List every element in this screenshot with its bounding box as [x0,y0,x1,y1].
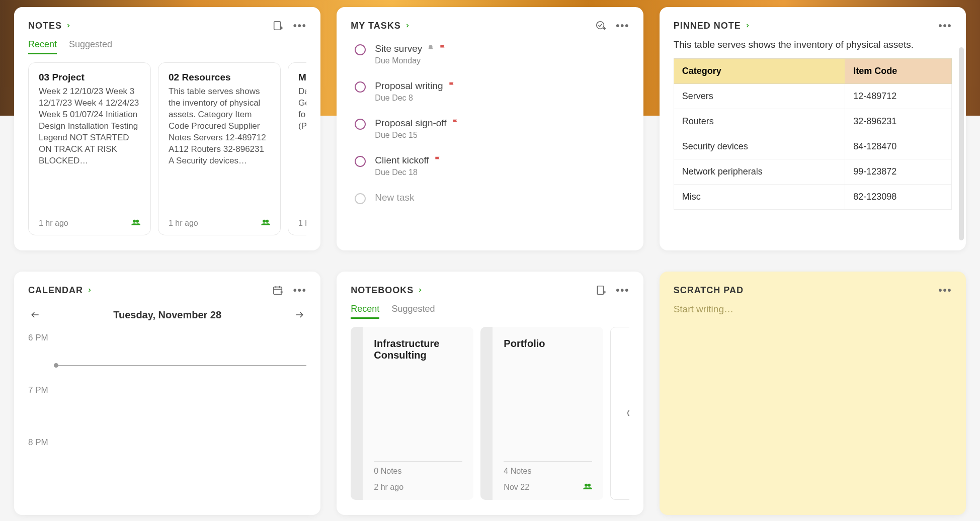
cell-category: Routers [674,109,845,134]
calendar-add-icon[interactable] [271,284,284,297]
table-row[interactable]: Misc82-123098 [674,185,951,210]
task-checkbox[interactable] [355,44,366,55]
table-row[interactable]: Servers12-489712 [674,84,951,109]
scratch-title-wrap: SCRATCH PAD [674,285,744,296]
task-title: Proposal writing [375,80,443,92]
notebook-title: Infrastructure Consulting [374,338,462,361]
task-checkbox[interactable] [355,119,366,130]
cell-code: 99-123872 [845,159,952,185]
flag-icon [439,44,446,54]
notes-title-wrap[interactable]: NOTES [28,21,72,31]
new-notebook-icon[interactable] [594,284,607,297]
shared-icon [131,219,140,228]
new-task-icon[interactable] [594,19,607,32]
new-note-icon[interactable] [271,19,284,32]
create-notebook-card[interactable]: Cr n [610,327,629,500]
cell-code: 12-489712 [845,84,952,109]
new-task-row[interactable]: New task [351,188,629,213]
notebooks-widget: NOTEBOOKS ••• Recent Suggested Infrastru… [337,272,643,515]
chevron-right-icon [404,22,411,29]
svg-rect-18 [597,286,603,295]
tasks-title-wrap[interactable]: MY TASKS [351,21,411,31]
task-item[interactable]: Client kickoff Due Dec 18 [351,151,629,186]
note-time: 1 hr ago [39,219,68,228]
task-due: Due Dec 15 [375,131,458,140]
notebook-count: 4 Notes [504,467,592,476]
calendar-date: Tuesday, November 28 [113,309,221,321]
note-card[interactable]: 02 Resources This table serves shows the… [158,62,281,235]
cell-category: Servers [674,84,845,109]
note-title: Meeting [298,72,306,83]
table-row[interactable]: Network peripherals99-123872 [674,159,951,185]
note-card[interactable]: 03 Project Week 2 12/10/23 Week 3 12/17/… [28,62,151,235]
svg-point-3 [133,220,136,223]
tab-recent[interactable]: Recent [351,304,379,319]
pinned-title-wrap[interactable]: PINNED NOTE [674,21,751,31]
more-icon[interactable]: ••• [293,284,306,297]
scratchpad-widget: SCRATCH PAD ••• Start writing… [660,272,966,515]
tab-recent[interactable]: Recent [28,39,57,54]
hour-label: 7 PM [28,385,58,395]
calendar-title-wrap[interactable]: CALENDAR [28,285,93,296]
task-title: Client kickoff [375,155,429,166]
svg-rect-0 [274,22,281,30]
pinned-table: Category Item Code Servers12-489712 Rout… [674,58,952,210]
more-icon[interactable]: ••• [293,19,306,32]
flag-icon [434,155,441,165]
more-icon[interactable]: ••• [939,284,952,297]
more-icon[interactable]: ••• [616,19,629,32]
notebook-count: 0 Notes [374,467,462,476]
more-icon[interactable]: ••• [616,284,629,297]
notes-title: NOTES [28,21,62,31]
chevron-right-icon [86,287,93,294]
table-row[interactable]: Routers32-896231 [674,109,951,134]
note-time: 1 hr ago [298,219,306,228]
more-icon[interactable]: ••• [939,19,952,32]
table-row[interactable]: Security devices84-128470 [674,134,951,159]
cell-category: Misc [674,185,845,210]
task-item[interactable]: Proposal sign-off Due Dec 15 [351,114,629,149]
notebook-card[interactable]: Portfolio 4 Notes Nov 22 [480,327,603,500]
task-item[interactable]: Site survey Due Monday [351,39,629,74]
scrollbar[interactable] [959,47,964,240]
current-time-indicator [56,365,306,366]
note-title: 02 Resources [169,72,270,83]
task-due: Due Monday [375,56,446,65]
note-card[interactable]: Meeting Date & T December 9AM Go formati… [288,62,306,235]
svg-rect-10 [274,287,282,295]
tab-suggested[interactable]: Suggested [391,304,435,319]
next-day-button[interactable] [292,308,306,322]
task-checkbox[interactable] [355,156,366,167]
pinned-description: This table serves shows the inventory of… [674,39,952,50]
prev-day-button[interactable] [28,308,42,322]
note-body: Week 2 12/10/23 Week 3 12/17/23 Week 4 1… [39,86,140,167]
notes-widget: NOTES ••• Recent Suggested 03 Project We… [14,7,320,250]
flag-icon [452,118,459,128]
cell-category: Security devices [674,134,845,159]
task-checkbox[interactable] [355,193,366,204]
notebook-card[interactable]: Infrastructure Consulting 0 Notes 2 hr a… [351,327,473,500]
scratchpad-input[interactable]: Start writing… [674,304,952,315]
tasks-title: MY TASKS [351,21,400,31]
note-time: 1 hr ago [169,219,198,228]
cell-code: 84-128470 [845,134,952,159]
scratch-title: SCRATCH PAD [674,285,744,296]
cell-category: Network peripherals [674,159,845,185]
task-item[interactable]: Proposal writing Due Dec 8 [351,76,629,112]
pinned-note-widget: PINNED NOTE ••• This table serves shows … [660,7,966,250]
task-checkbox[interactable] [355,81,366,93]
notebook-title: Portfolio [504,338,592,350]
svg-point-5 [263,220,266,223]
task-due: Due Dec 8 [375,94,455,103]
calendar-body[interactable]: 6 PM 7 PM 8 PM [28,333,306,501]
notebooks-title-wrap[interactable]: NOTEBOOKS [351,285,424,296]
bell-icon [427,44,434,53]
note-title: 03 Project [39,72,140,83]
cell-code: 82-123098 [845,185,952,210]
new-task-label: New task [375,192,414,203]
note-body: This table serves shows the inventory of… [169,86,270,167]
svg-point-7 [596,22,604,29]
tab-suggested[interactable]: Suggested [69,39,112,54]
svg-point-22 [585,484,588,487]
calendar-widget: CALENDAR ••• Tuesday, November 28 6 [14,272,320,515]
